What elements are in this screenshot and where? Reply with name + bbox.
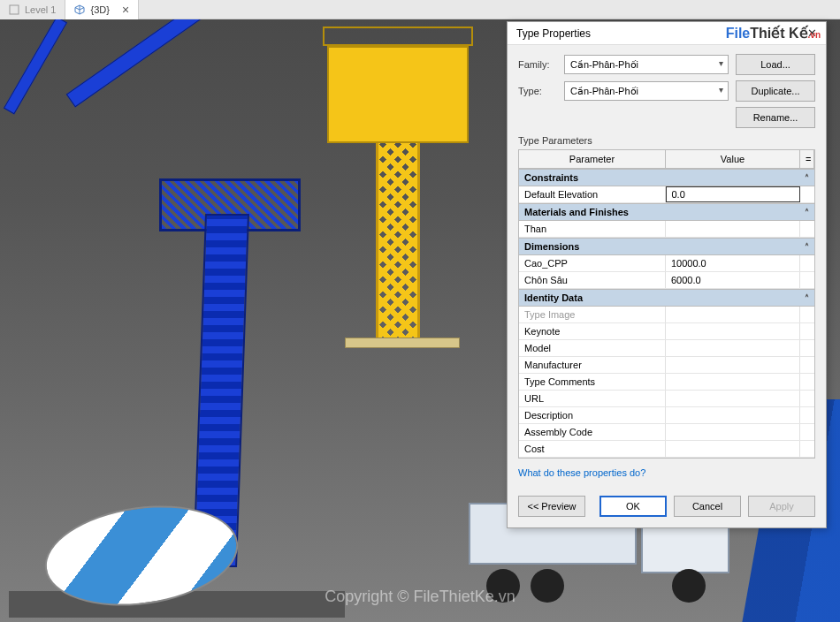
param-eq bbox=[800, 424, 814, 440]
load-button[interactable]: Load... bbox=[736, 54, 815, 75]
param-eq bbox=[800, 307, 814, 322]
family-combo[interactable]: Cần-Phân-Phối bbox=[564, 55, 729, 74]
param-eq bbox=[800, 340, 814, 356]
param-row[interactable]: Default Elevation0.0 bbox=[519, 186, 814, 203]
dialog-footer: << Preview OK Cancel Apply bbox=[508, 489, 826, 527]
param-name: Than bbox=[519, 221, 666, 237]
param-value[interactable]: 6000.0 bbox=[666, 272, 800, 288]
chevron-up-icon: ˄ bbox=[805, 208, 809, 217]
ok-button[interactable]: OK bbox=[599, 496, 667, 517]
param-row[interactable]: Model bbox=[519, 340, 814, 357]
param-group-header[interactable]: Constraints˄ bbox=[519, 169, 814, 186]
param-name: Manufacturer bbox=[519, 357, 666, 373]
close-icon[interactable]: ✕ bbox=[803, 25, 821, 42]
help-link[interactable]: What do these properties do? bbox=[518, 467, 645, 478]
param-row[interactable]: Keynote bbox=[519, 323, 814, 340]
dialog-titlebar[interactable]: Type Properties ✕ bbox=[508, 22, 826, 45]
cube-icon bbox=[74, 4, 85, 15]
apply-button: Apply bbox=[748, 496, 815, 517]
param-name: Keynote bbox=[519, 323, 666, 339]
param-name: Model bbox=[519, 340, 666, 356]
chevron-up-icon: ˄ bbox=[805, 242, 809, 252]
col-value[interactable]: Value bbox=[666, 150, 800, 168]
tab-3d[interactable]: {3D} × bbox=[65, 0, 139, 19]
param-eq bbox=[800, 357, 814, 373]
param-eq bbox=[800, 374, 814, 390]
type-combo[interactable]: Cần-Phân-Phối bbox=[564, 81, 729, 101]
table-header: Parameter Value = bbox=[519, 150, 814, 169]
param-value[interactable] bbox=[666, 323, 800, 339]
param-group-header[interactable]: Dimensions˄ bbox=[519, 238, 814, 255]
col-parameter[interactable]: Parameter bbox=[519, 150, 666, 168]
param-row[interactable]: Cost bbox=[519, 441, 814, 458]
model-tower-crane bbox=[327, 46, 477, 346]
param-eq bbox=[800, 221, 814, 237]
param-eq bbox=[800, 391, 814, 406]
param-row[interactable]: Type Image bbox=[519, 307, 814, 323]
param-eq bbox=[800, 458, 814, 459]
close-icon[interactable]: × bbox=[122, 3, 129, 17]
param-name: URL bbox=[519, 391, 666, 406]
param-eq bbox=[800, 272, 814, 288]
param-name: Type Image bbox=[519, 307, 666, 322]
param-eq bbox=[800, 186, 814, 202]
param-value[interactable] bbox=[666, 374, 800, 390]
param-row[interactable]: Assembly Description bbox=[519, 458, 814, 459]
rename-button[interactable]: Rename... bbox=[736, 107, 815, 128]
svg-rect-0 bbox=[10, 5, 19, 14]
type-parameters-label: Type Parameters bbox=[518, 135, 815, 146]
param-value[interactable] bbox=[666, 424, 800, 440]
floorplan-icon bbox=[9, 4, 19, 15]
tab-label: {3D} bbox=[90, 4, 109, 15]
dialog-title: Type Properties bbox=[516, 27, 591, 40]
param-value[interactable] bbox=[666, 307, 800, 322]
type-label: Type: bbox=[518, 86, 557, 96]
param-name: Assembly Description bbox=[519, 458, 666, 459]
param-group-header[interactable]: Identity Data˄ bbox=[519, 289, 814, 307]
duplicate-button[interactable]: Duplicate... bbox=[736, 80, 815, 102]
family-label: Family: bbox=[518, 59, 557, 70]
param-value[interactable] bbox=[666, 357, 800, 373]
param-row[interactable]: Manufacturer bbox=[519, 357, 814, 374]
preview-button[interactable]: << Preview bbox=[518, 496, 585, 517]
param-value[interactable]: 0.0 bbox=[666, 186, 800, 202]
param-value[interactable] bbox=[666, 391, 800, 406]
param-name: Chôn Sâu bbox=[519, 272, 666, 288]
param-value[interactable] bbox=[666, 340, 800, 356]
param-row[interactable]: URL bbox=[519, 391, 814, 407]
param-value[interactable] bbox=[666, 441, 800, 457]
param-value[interactable] bbox=[666, 221, 800, 237]
param-row[interactable]: Than bbox=[519, 221, 814, 238]
tab-label: Level 1 bbox=[25, 4, 56, 15]
param-eq bbox=[800, 323, 814, 339]
tab-level1[interactable]: Level 1 bbox=[0, 0, 65, 19]
param-row[interactable]: Cao_CPP10000.0 bbox=[519, 255, 814, 272]
param-row[interactable]: Chôn Sâu6000.0 bbox=[519, 272, 814, 289]
param-row[interactable]: Assembly Code bbox=[519, 424, 814, 441]
param-name: Assembly Code bbox=[519, 424, 666, 440]
param-value[interactable] bbox=[666, 407, 800, 423]
type-properties-dialog: Type Properties ✕ Family: Cần-Phân-Phối … bbox=[507, 21, 827, 528]
param-value[interactable] bbox=[666, 458, 800, 459]
param-value[interactable]: 10000.0 bbox=[666, 255, 800, 271]
param-eq bbox=[800, 441, 814, 457]
parameter-table[interactable]: Parameter Value = Constraints˄Default El… bbox=[518, 149, 815, 459]
tab-bar: Level 1 {3D} × bbox=[0, 0, 840, 19]
param-name: Description bbox=[519, 407, 666, 423]
param-name: Cao_CPP bbox=[519, 255, 666, 271]
param-eq bbox=[800, 255, 814, 271]
col-equals[interactable]: = bbox=[800, 150, 814, 168]
chevron-up-icon: ˄ bbox=[805, 293, 809, 303]
param-row[interactable]: Description bbox=[519, 407, 814, 424]
param-name: Cost bbox=[519, 441, 666, 457]
model-concrete-mixer bbox=[9, 489, 363, 622]
param-group-header[interactable]: Materials and Finishes˄ bbox=[519, 203, 814, 221]
cancel-button[interactable]: Cancel bbox=[674, 496, 741, 517]
param-name: Default Elevation bbox=[519, 186, 666, 202]
param-row[interactable]: Type Comments bbox=[519, 374, 814, 391]
chevron-up-icon: ˄ bbox=[805, 173, 809, 183]
param-name: Type Comments bbox=[519, 374, 666, 390]
param-eq bbox=[800, 407, 814, 423]
model-distribution-boom bbox=[159, 55, 283, 514]
